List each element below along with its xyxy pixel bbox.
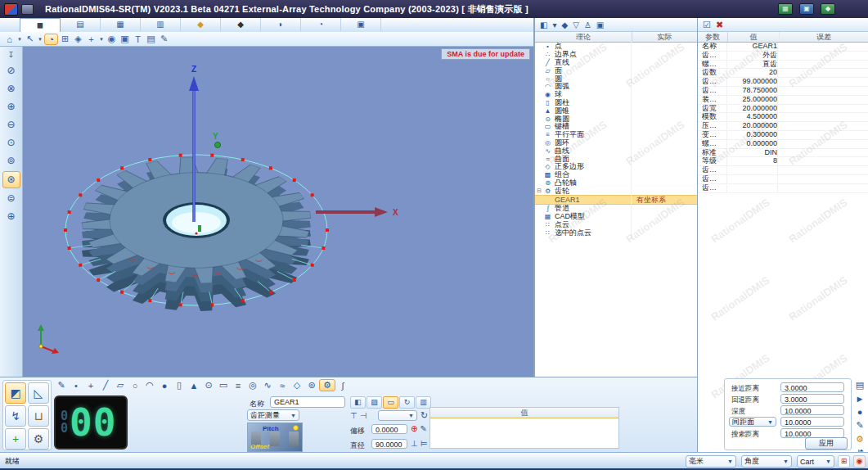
sketch-icon[interactable]: ✎: [54, 380, 69, 391]
cylinder-icon[interactable]: ▯: [172, 380, 187, 391]
v2-icon[interactable]: ▨: [367, 396, 382, 409]
param-row[interactable]: 齿…: [698, 166, 868, 175]
ribbon-tab-workpiece[interactable]: ◼: [20, 18, 61, 32]
p2-icon[interactable]: ⊗: [3, 81, 20, 97]
report-icon[interactable]: ▤: [856, 380, 864, 391]
polygon-icon[interactable]: ◇: [290, 380, 304, 391]
mfeature-button[interactable]: ◩: [5, 382, 26, 404]
param-row[interactable]: 名称GEAR1: [698, 43, 868, 52]
arc-icon[interactable]: ◠: [142, 380, 157, 391]
cube-icon[interactable]: ◧: [540, 20, 547, 29]
pin-icon[interactable]: ↧: [3, 49, 20, 61]
probe-button[interactable]: ↯: [5, 405, 26, 427]
v4-icon[interactable]: ↻: [399, 396, 415, 409]
ellipse-icon[interactable]: ⊙: [201, 380, 216, 391]
diameter-input[interactable]: 90.0000: [371, 439, 407, 449]
ribbon-tab-gem[interactable]: ◆: [181, 18, 221, 31]
param-row[interactable]: 装…25.000000: [698, 96, 868, 105]
caret-icon[interactable]: ▾: [16, 36, 23, 43]
cone-icon[interactable]: ▲: [187, 381, 201, 391]
column-theory[interactable]: 理论: [535, 32, 632, 42]
triad-button[interactable]: +: [5, 428, 26, 450]
align-icon[interactable]: +: [83, 381, 98, 391]
measure-mode-select[interactable]: 齿距测量▼: [247, 409, 299, 421]
p9-icon[interactable]: ⊕: [3, 209, 20, 224]
refresh-icon[interactable]: ↻: [421, 410, 428, 421]
p5-icon[interactable]: ⊙: [3, 135, 20, 151]
param-row[interactable]: 齿…: [698, 175, 868, 184]
close-red-icon[interactable]: ✖: [716, 20, 723, 30]
param-row[interactable]: 变…0.300000: [698, 131, 868, 140]
param-row[interactable]: 压…20.000000: [698, 122, 868, 131]
param-row[interactable]: 标准DIN: [698, 149, 868, 158]
gear-icon[interactable]: ⚙: [319, 379, 335, 391]
din-icon[interactable]: ⊥: [411, 439, 418, 448]
param-row[interactable]: 齿…: [698, 184, 868, 193]
ribbon-tab-document[interactable]: ▤: [61, 18, 101, 31]
p4-icon[interactable]: ⊖: [3, 117, 20, 133]
offset-input[interactable]: 0.0000: [371, 424, 407, 434]
param-row[interactable]: 螺…直齿: [698, 61, 868, 70]
coord-system-select[interactable]: Cart▼: [797, 455, 834, 468]
expander-minus-icon[interactable]: ⊟: [537, 188, 543, 194]
target-icon[interactable]: ◉: [853, 455, 866, 468]
clearance-input[interactable]: 10.0000: [780, 417, 844, 427]
clearance-plane-select[interactable]: 间距面▼: [729, 417, 776, 427]
brush-icon[interactable]: ✎: [158, 34, 170, 44]
cursor-icon[interactable]: ↖: [24, 34, 36, 44]
image-icon[interactable]: ▣: [119, 34, 131, 44]
p1-icon[interactable]: ⊘: [3, 63, 20, 79]
torus-icon[interactable]: ◎: [245, 380, 260, 391]
ribbon-tab-shield[interactable]: ◗: [261, 18, 301, 31]
render-icon[interactable]: ◈: [72, 34, 84, 44]
probe-combo-select[interactable]: ▼: [378, 410, 417, 421]
p8-icon[interactable]: ⊜: [3, 191, 20, 206]
param-row[interactable]: 齿…78.750000: [698, 87, 868, 96]
zoomgrid-icon[interactable]: ⊞: [59, 34, 71, 44]
viewport-3d[interactable]: ZXY SMA is due for update: [23, 47, 533, 377]
param-row[interactable]: 等级8: [698, 157, 868, 166]
trophy-icon[interactable]: ♙: [584, 20, 591, 29]
ribbon-tab-flask[interactable]: ◆: [221, 18, 261, 31]
shape-icon[interactable]: ◆: [561, 20, 568, 29]
eye-icon[interactable]: ◉: [106, 34, 118, 44]
p6-icon[interactable]: ⊚: [3, 153, 20, 169]
pen-icon[interactable]: ✎: [856, 420, 863, 431]
machine-button[interactable]: ⚙: [28, 428, 49, 450]
orbit-icon[interactable]: ◔: [44, 34, 58, 45]
edit-icon[interactable]: ✎: [420, 424, 426, 433]
param-row[interactable]: 齿数20: [698, 69, 868, 78]
clipboard-icon[interactable]: ▤: [145, 34, 157, 44]
text-icon[interactable]: T: [132, 34, 144, 44]
param-row[interactable]: 齿宽20.000000: [698, 105, 868, 114]
home-icon[interactable]: ⌂: [3, 34, 16, 44]
scan-green-icon[interactable]: ▦: [778, 3, 793, 15]
caret-icon[interactable]: ▾: [37, 36, 43, 43]
ribbon-tab-printer[interactable]: ▥: [141, 18, 181, 31]
caret-icon[interactable]: ▾: [98, 36, 105, 43]
param-row[interactable]: 模数4.500000: [698, 113, 868, 122]
column-actual[interactable]: 实际: [632, 32, 697, 42]
magnify-icon[interactable]: ●: [857, 407, 863, 417]
units-select[interactable]: 毫米▼: [686, 455, 736, 468]
ribbon-tab-clock[interactable]: ◔: [301, 18, 341, 31]
caliper-button[interactable]: ⊔: [28, 405, 49, 427]
retract-input[interactable]: 3.0000: [780, 394, 844, 404]
dout-icon[interactable]: ⊨: [421, 439, 428, 448]
angletool-button[interactable]: ◺: [28, 382, 49, 404]
screen-blue-icon[interactable]: ▣: [799, 3, 814, 15]
plane-icon[interactable]: ▱: [113, 380, 128, 391]
cam-icon[interactable]: ⊚: [304, 380, 319, 391]
v3-icon[interactable]: ▭: [383, 396, 398, 409]
caret-icon[interactable]: ▾: [552, 20, 556, 29]
tree-item[interactable]: ∷选中的点云: [535, 228, 697, 237]
slot-icon[interactable]: ▭: [216, 380, 231, 391]
sphere-icon[interactable]: ●: [157, 381, 172, 391]
pipe-icon[interactable]: ∫: [335, 381, 350, 391]
pt-icon[interactable]: ⊤: [350, 411, 358, 420]
pa-icon[interactable]: ⊣: [360, 411, 367, 420]
p3-icon[interactable]: ⊕: [3, 99, 20, 115]
param-row[interactable]: 螺…0.000000: [698, 140, 868, 149]
line-icon[interactable]: ╱: [98, 380, 113, 391]
feature-name-input[interactable]: GEAR1: [270, 396, 345, 408]
